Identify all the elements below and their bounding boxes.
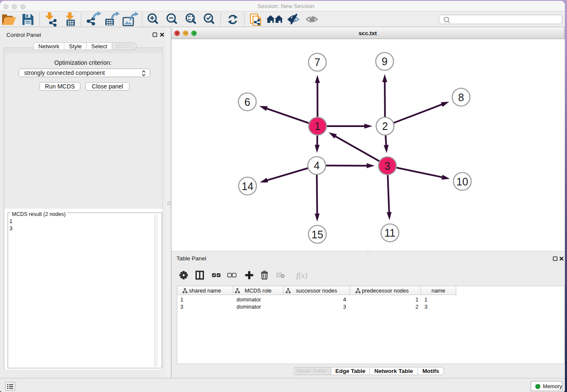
svg-text:2: 2 bbox=[382, 120, 388, 132]
svg-text:1: 1 bbox=[315, 120, 321, 132]
svg-text:6: 6 bbox=[245, 96, 250, 108]
svg-text:3: 3 bbox=[385, 160, 391, 172]
svg-text:4: 4 bbox=[314, 160, 320, 171]
svg-text:7: 7 bbox=[314, 56, 320, 68]
svg-text:11: 11 bbox=[385, 227, 396, 239]
svg-text:f(x): f(x) bbox=[296, 271, 307, 280]
svg-text:14: 14 bbox=[242, 180, 253, 192]
svg-text:9: 9 bbox=[382, 55, 388, 67]
svg-text:10: 10 bbox=[457, 176, 468, 188]
svg-text:15: 15 bbox=[311, 229, 323, 240]
svg-text:8: 8 bbox=[458, 91, 464, 103]
